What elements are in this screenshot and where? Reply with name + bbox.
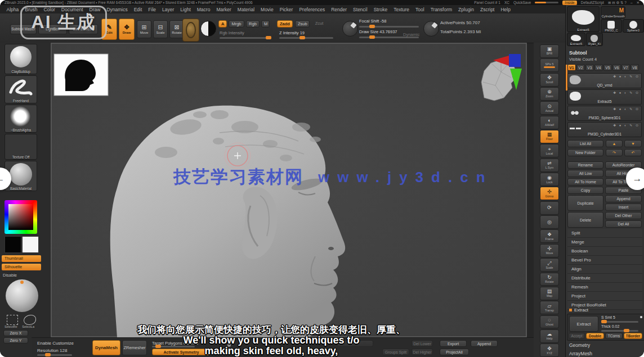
shelf-button[interactable]: ▱ Transp — [540, 301, 559, 314]
draw-button[interactable]: ✥ Draw — [119, 19, 135, 40]
tcorns-button[interactable]: TCorns — [605, 333, 623, 339]
focal-shift-slider[interactable] — [359, 26, 419, 28]
zsub-button[interactable]: Zsub — [295, 20, 310, 28]
s-smt-slider[interactable] — [601, 321, 638, 323]
menu-item[interactable]: Zplugin — [455, 7, 477, 12]
subtool-row[interactable]: ✚ ● ◐ ✎ ⊙ PM3D_Sphere3D1 — [567, 106, 642, 121]
subtool-header[interactable]: Subtool — [569, 50, 587, 56]
append-button[interactable]: Append — [605, 195, 642, 202]
menu-item[interactable]: Marker — [213, 7, 234, 12]
zcut-button[interactable]: Zcut — [312, 20, 327, 28]
shelf-button[interactable]: ⟳ — [540, 201, 559, 215]
menu-item[interactable]: File — [145, 7, 159, 12]
tool-thumbnail[interactable]: Ryan_Ki — [586, 33, 603, 46]
menu-item[interactable]: Layer — [159, 7, 177, 12]
subtool-row-icons[interactable]: ✚ ● ◐ ✎ ⊙ — [613, 74, 639, 78]
menu-item[interactable]: Tool — [413, 7, 428, 12]
menu-item[interactable]: Preferences — [296, 7, 328, 12]
section-header[interactable]: Remesh — [567, 283, 642, 292]
shelf-button[interactable]: ▤ Map — [540, 287, 559, 300]
quicksave-button[interactable]: QuickSave — [513, 1, 531, 4]
minimize-button[interactable]: – — [630, 1, 633, 4]
sculpt-canvas[interactable] — [51, 43, 527, 337]
shelf-button[interactable]: ◎ — [540, 215, 559, 229]
tool-thumbnail[interactable]: Sphere3 — [623, 19, 644, 33]
menu-item[interactable]: Stencil — [350, 7, 371, 12]
main-color-swatch[interactable] — [5, 236, 21, 253]
shelf-button[interactable]: ⊕ Zoom — [540, 87, 559, 101]
shelf-button[interactable]: ⊙ Actual — [540, 101, 559, 115]
next-button[interactable]: → — [626, 168, 644, 190]
subtool-tab[interactable]: V8 — [630, 64, 639, 71]
title-icons[interactable]: ⊞ ⊟ ⚙ ⇅ ? — [608, 1, 627, 5]
subtool-tab[interactable]: V1 — [567, 64, 576, 71]
tool-thumbnail[interactable]: Extract5 — [567, 33, 585, 46]
menu-item[interactable]: Zscript — [477, 7, 498, 12]
shelf-button[interactable]: SPix 5 — [540, 58, 559, 72]
all-low-button[interactable]: All Low — [567, 170, 603, 177]
dot-icon[interactable] — [640, 316, 642, 318]
menu-item[interactable]: Light — [177, 7, 194, 12]
double-button[interactable]: Double — [586, 333, 604, 339]
shelf-button[interactable]: ✥ XYZ — [540, 344, 559, 357]
subtool-tab[interactable]: V3 — [585, 64, 594, 71]
redo-button[interactable]: ↷ — [606, 149, 623, 156]
menu-item[interactable]: Picker — [276, 7, 296, 12]
default-zscript-button[interactable]: DefaultZScript — [581, 1, 604, 4]
geometry-section[interactable]: Geometry — [569, 342, 590, 348]
current-material-button[interactable] — [200, 21, 216, 37]
tborder-button[interactable]: TBorder — [624, 333, 642, 339]
silhouette-button[interactable]: Silhouette — [2, 264, 41, 270]
insert-button[interactable]: Insert — [605, 204, 642, 211]
mrgb-button[interactable]: Mrgb — [229, 20, 244, 28]
brush-picker[interactable]: ClayBuildup — [5, 44, 37, 74]
scale-button[interactable]: ⊟ Scale — [153, 20, 168, 38]
thumbnail-button[interactable]: Thumbnail — [2, 255, 41, 262]
shelf-button[interactable]: ▦ Floor — [540, 130, 559, 143]
menu-item[interactable]: Help — [498, 7, 513, 12]
section-header[interactable]: Split — [567, 229, 642, 238]
menu-item[interactable]: Stroke — [370, 7, 391, 12]
section-header[interactable]: Distribute — [567, 274, 642, 283]
subtool-row-icons[interactable]: ✚ ● ◐ ✎ ⊙ — [613, 107, 639, 111]
alpha-picker[interactable]: ~BrushAlpha — [5, 105, 37, 133]
title-slider[interactable] — [535, 2, 558, 3]
move-button[interactable]: ⊞ Move — [137, 20, 151, 38]
move-down-button[interactable]: ▼ — [624, 140, 642, 147]
shelf-button[interactable]: ◐ AAHalf — [540, 116, 559, 129]
shelf-button[interactable]: ⌖ Local — [540, 144, 559, 157]
nav-sphere[interactable] — [6, 279, 38, 312]
subtool-tab[interactable]: V5 — [603, 64, 612, 71]
menu-item[interactable]: Material — [234, 7, 257, 12]
new-folder-button[interactable]: New Folder — [567, 149, 603, 156]
menu-item[interactable]: Dynamics — [104, 7, 131, 12]
color-picker[interactable] — [5, 200, 37, 234]
del-all-button[interactable]: Del All — [605, 220, 642, 228]
del-other-button[interactable]: Del Other — [605, 212, 642, 219]
extract-section-header[interactable]: Extract — [569, 308, 588, 313]
shelf-button[interactable]: ☁ Help — [540, 329, 559, 343]
subtool-tab[interactable]: V6 — [612, 64, 621, 71]
shelf-button[interactable]: ✣ Gizmo — [540, 187, 559, 200]
shelf-button[interactable]: ✢ Move — [540, 244, 559, 257]
thick-slider[interactable] — [601, 330, 638, 332]
close-button[interactable]: ✕ — [637, 1, 639, 5]
shelf-button[interactable]: ◉ Lock — [540, 173, 559, 186]
texture-picker[interactable]: Texture Off — [5, 134, 37, 160]
menu-item[interactable]: Texture — [391, 7, 413, 12]
rgb-intensity-slider[interactable] — [220, 37, 271, 39]
list-all-button[interactable]: List All — [567, 140, 603, 147]
accept-button[interactable]: Accept — [569, 333, 585, 339]
all-to-home-button[interactable]: All To Home — [567, 178, 603, 186]
subtool-row[interactable]: ✚ ● ◐ ✎ ⊙ Extract5 — [567, 89, 642, 105]
shelf-button[interactable]: ❖ Frame — [540, 229, 559, 243]
z-intensity-slider[interactable] — [279, 37, 333, 39]
move-up-button[interactable]: ▲ — [606, 140, 623, 147]
rgb-button[interactable]: Rgb — [246, 20, 260, 28]
zadd-button[interactable]: Zadd — [277, 20, 293, 28]
shelf-button[interactable]: ▣ BPR — [540, 44, 559, 58]
section-header[interactable]: Merge — [567, 238, 642, 247]
section-header[interactable]: Project — [567, 292, 642, 301]
shelf-button[interactable]: ⤢ Scale — [540, 258, 559, 272]
menu-item[interactable]: Edit — [131, 7, 145, 12]
